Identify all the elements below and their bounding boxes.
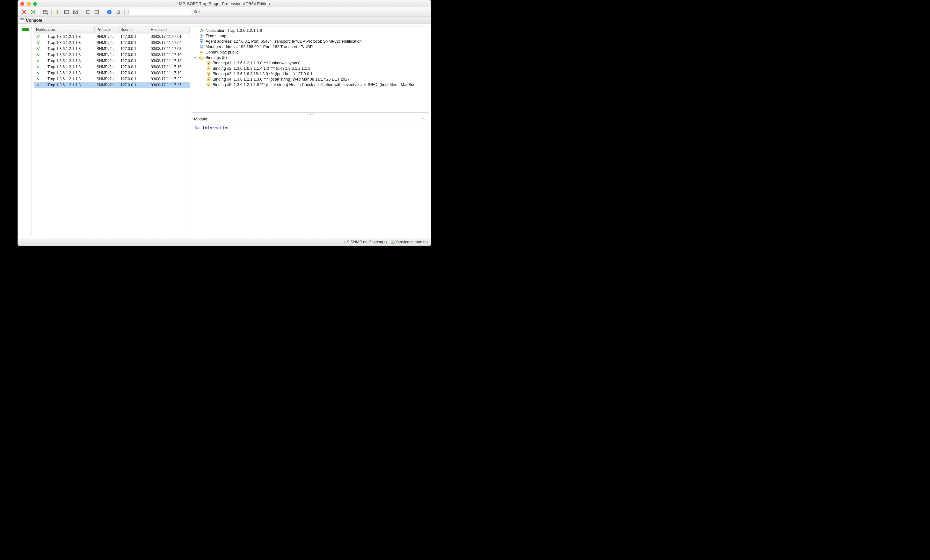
home-button[interactable] (114, 9, 122, 15)
table-row[interactable]: 𝘕Trap 1.3.6.1.2.1.1.8SNMPv2c127.0.0.103/… (34, 70, 189, 76)
disclosure-triangle-icon[interactable]: ▼ (194, 56, 197, 59)
sidebar (20, 26, 32, 236)
binding-item[interactable]: Binding #1: 1.3.6.1.2.1.1.3.0 *** (unkno… (194, 60, 427, 66)
splitter-handle[interactable]: ● ● ● (192, 113, 429, 115)
svg-rect-23 (200, 45, 203, 48)
svg-point-29 (207, 66, 210, 70)
table-row[interactable]: 𝘕Trap 1.3.6.1.2.1.1.8SNMPv2c127.0.0.103/… (34, 76, 189, 82)
binding-icon (206, 77, 211, 82)
detail-agent: Agent address: 127.0.0.1 Port: 65434 Tra… (194, 38, 427, 44)
notification-table: Notification Protocol Source Received 𝘕T… (34, 26, 190, 236)
svg-rect-24 (200, 48, 203, 48)
mail-button[interactable] (71, 9, 80, 15)
help-button[interactable]: ? (105, 9, 114, 15)
service-running-icon (391, 240, 394, 244)
status-bar: ↓ 9 SNMP notification(s) Service is runn… (18, 238, 431, 246)
module-label: Module: (194, 117, 208, 122)
table-row[interactable]: 𝘕Trap 1.3.6.1.2.1.1.8SNMPv2c127.0.0.103/… (34, 82, 189, 88)
trap-icon: 𝘕 (35, 65, 40, 69)
svg-text:?: ? (108, 10, 111, 14)
svg-rect-11 (98, 11, 99, 14)
binding-item[interactable]: Binding #4: 1.3.6.1.2.1.1.3.0 *** (octet… (194, 77, 427, 82)
table-row[interactable]: 𝘕Trap 1.3.6.1.2.1.1.8SNMPv2c127.0.0.103/… (34, 58, 189, 64)
detail-timestamp: Time stamp: (194, 33, 427, 38)
agent-icon (199, 39, 204, 44)
app-window: MG-SOFT Trap Ringer Professional TR64 Ed… (17, 0, 431, 246)
svg-line-27 (202, 52, 203, 53)
svg-point-14 (194, 11, 197, 13)
toolbar: ▼ ? ▾ (18, 7, 431, 17)
svg-point-32 (207, 83, 210, 86)
detail-notification: 𝘕 Notification: Trap 1.3.6.1.2.1.1.8 (194, 28, 427, 33)
table-row[interactable]: 𝘕Trap 1.3.6.1.2.1.1.8SNMPv2c127.0.0.103/… (34, 40, 189, 46)
binding-icon (206, 83, 211, 87)
search-dropdown-button[interactable]: ▾ (193, 9, 200, 15)
table-row[interactable]: 𝘕Trap 1.3.6.1.2.1.1.8SNMPv2c127.0.0.103/… (34, 46, 189, 52)
trap-icon: 𝘕 (35, 71, 40, 75)
trap-icon: 𝘕 (35, 46, 40, 51)
chevron-up-down-icon: ⌃⌄ (422, 117, 427, 121)
panel-header: Console (18, 17, 431, 24)
detail-community: Community: public (194, 49, 427, 55)
search-input[interactable] (128, 9, 192, 15)
download-arrow-icon: ↓ (343, 240, 345, 244)
trap-icon: 𝘕 (199, 28, 204, 33)
svg-rect-22 (201, 42, 202, 43)
svg-rect-6 (65, 11, 69, 14)
svg-point-28 (207, 61, 210, 65)
trap-icon: 𝘕 (35, 40, 40, 45)
pane-left-button[interactable] (84, 9, 92, 15)
key-icon (199, 50, 204, 54)
col-protocol[interactable]: Protocol (95, 26, 119, 33)
layout-button[interactable]: ▼ (41, 9, 49, 15)
svg-line-15 (196, 12, 197, 13)
detail-pane: 𝘕 Notification: Trap 1.3.6.1.2.1.1.8 Tim… (192, 26, 429, 113)
stop-button[interactable] (20, 9, 28, 15)
trap-icon: 𝘕 (35, 83, 40, 87)
clock-icon (199, 34, 204, 38)
svg-rect-17 (20, 18, 24, 19)
detail-manager: Manager address: 192.168.99.1 Port: 162 … (194, 44, 427, 49)
console-button[interactable] (63, 9, 71, 15)
trap-icon: 𝘕 (35, 58, 40, 63)
lightning-button[interactable] (54, 9, 62, 15)
binding-icon (206, 72, 211, 76)
table-row[interactable]: 𝘕Trap 1.3.6.1.2.1.1.8SNMPv2c127.0.0.103/… (34, 64, 189, 70)
table-row[interactable]: 𝘕Trap 1.3.6.1.2.1.1.8SNMPv2c127.0.0.103/… (34, 34, 189, 40)
svg-rect-21 (200, 40, 203, 42)
detail-bindings-header[interactable]: ▼ Bindings (5) (194, 55, 427, 60)
col-source[interactable]: Source (119, 26, 149, 33)
trap-icon: 𝘕 (35, 77, 40, 81)
manager-icon (199, 45, 204, 49)
status-service: Service is running (391, 240, 428, 244)
trap-icon: 𝘕 (35, 52, 40, 57)
binding-item[interactable]: Binding #2: 1.3.6.1.6.3.1.1.4.1.0 *** (o… (194, 66, 427, 71)
svg-rect-9 (86, 11, 87, 14)
folder-icon (199, 55, 204, 60)
col-received[interactable]: Received (149, 26, 189, 33)
col-notification[interactable]: Notification (34, 26, 95, 33)
console-icon (20, 18, 24, 23)
titlebar: MG-SOFT Trap Ringer Professional TR64 Ed… (18, 0, 431, 7)
info-pane: No information. (192, 123, 429, 236)
svg-point-30 (207, 72, 210, 75)
status-notifications: ↓ 9 SNMP notification(s) (343, 240, 386, 244)
table-row[interactable]: 𝘕Trap 1.3.6.1.2.1.1.8SNMPv2c127.0.0.103/… (34, 52, 189, 58)
trap-icon: 𝘕 (35, 34, 40, 39)
svg-point-34 (392, 242, 393, 242)
binding-item[interactable]: Binding #3: 1.3.6.1.6.3.18.1.3.0 *** (ip… (194, 71, 427, 77)
window-title: MG-SOFT Trap Ringer Professional TR64 Ed… (18, 1, 431, 6)
monitor-icon[interactable] (22, 28, 30, 34)
binding-icon (206, 61, 211, 65)
binding-item[interactable]: Binding #5: 1.3.6.1.2.1.1.8 *** (octet s… (194, 82, 427, 87)
start-button[interactable] (29, 9, 37, 15)
pane-right-button[interactable] (93, 9, 101, 15)
table-header: Notification Protocol Source Received (34, 26, 189, 34)
svg-point-31 (207, 77, 210, 81)
info-text: No information. (195, 126, 232, 130)
module-selector[interactable]: Module: ⌃⌄ (192, 115, 429, 123)
binding-icon (206, 66, 211, 71)
panel-title: Console (26, 18, 42, 23)
